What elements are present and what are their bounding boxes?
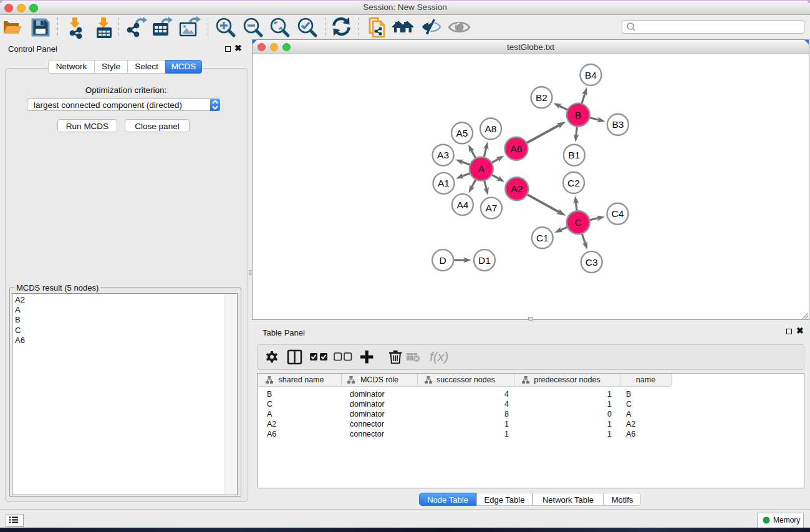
svg-text:A8: A8 (485, 123, 497, 134)
svg-text:A6: A6 (511, 143, 523, 154)
svg-text:A1: A1 (438, 178, 450, 188)
svg-text:B4: B4 (585, 70, 597, 80)
svg-text:A7: A7 (485, 203, 497, 213)
svg-text:A4: A4 (456, 200, 468, 210)
svg-text:A5: A5 (456, 128, 468, 138)
svg-text:D: D (440, 255, 446, 266)
svg-text:B2: B2 (536, 92, 547, 103)
svg-text:C4: C4 (612, 208, 624, 219)
svg-text:B: B (575, 110, 581, 120)
svg-text:B1: B1 (568, 150, 580, 160)
svg-text:C: C (575, 217, 582, 228)
svg-text:C2: C2 (567, 178, 580, 188)
svg-text:f(x): f(x) (430, 349, 448, 364)
svg-text:A3: A3 (437, 150, 449, 160)
svg-text:C1: C1 (536, 233, 549, 243)
svg-text:C3: C3 (586, 257, 598, 268)
svg-text:D1: D1 (478, 255, 491, 266)
svg-text:A: A (478, 163, 485, 174)
svg-text:B3: B3 (612, 119, 624, 130)
svg-text:A2: A2 (511, 183, 523, 194)
